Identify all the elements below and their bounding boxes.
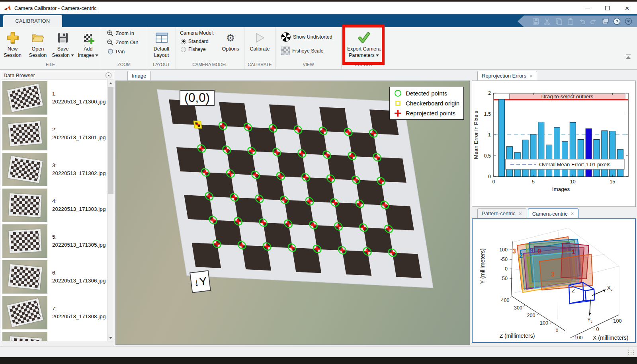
reprojection-tab-strip: Reprojection Errors× bbox=[472, 71, 636, 81]
list-item-image-8[interactable]: 8: bbox=[1, 331, 107, 341]
save-session-button[interactable]: SaveSession bbox=[51, 29, 75, 61]
zoom-out-button[interactable]: Zoom Out bbox=[105, 38, 147, 47]
image-panel: Image (0,0) ↓Y Detected points Checkerbo… bbox=[115, 71, 470, 345]
tab-pattern-label: Pattern-centric bbox=[482, 210, 516, 216]
add-images-button[interactable]: AddImages bbox=[76, 29, 100, 61]
list-item-image-5[interactable]: 5:20220513_171305.jpg bbox=[1, 223, 107, 259]
extrinsics-3d-area[interactable]: 329013-100-50050Y (millimeters)400300200… bbox=[472, 218, 636, 343]
tab-reprojection-errors[interactable]: Reprojection Errors× bbox=[477, 71, 537, 80]
svg-text:Overall Mean Error: 1.01 pixel: Overall Mean Error: 1.01 pixels bbox=[539, 162, 611, 167]
scroll-down-icon[interactable] bbox=[107, 335, 114, 341]
list-scrollbar[interactable] bbox=[107, 80, 114, 341]
layout-windows-icon[interactable] bbox=[601, 18, 609, 25]
gear-icon: ⚙ bbox=[226, 33, 235, 43]
svg-text:Xc: Xc bbox=[607, 285, 613, 292]
calibration-image[interactable]: (0,0) ↓Y Detected points Checkerboard or… bbox=[115, 81, 470, 345]
list-item-image-4[interactable]: 4:20220513_171303.jpg bbox=[1, 187, 107, 223]
zoom-in-button[interactable]: Zoom In bbox=[105, 29, 147, 38]
scrollbar-thumb[interactable] bbox=[108, 87, 113, 194]
legend-detected-label: Detected points bbox=[406, 90, 447, 97]
thumbnail-2 bbox=[2, 117, 47, 150]
thumbnail-5 bbox=[2, 224, 47, 258]
close-button[interactable]: × bbox=[617, 2, 637, 14]
data-browser-footer bbox=[1, 341, 114, 346]
list-item-image-2[interactable]: 2:20220513_171301.jpg bbox=[1, 116, 107, 152]
show-undistorted-button[interactable]: Show Undistorted bbox=[279, 31, 341, 43]
ribbon-tab-row: CALIBRATION ? bbox=[0, 14, 637, 27]
scroll-up-icon[interactable] bbox=[107, 80, 114, 86]
new-session-label2: Session bbox=[4, 53, 21, 58]
new-session-button[interactable]: NewSession bbox=[1, 29, 25, 61]
checkerboard-image bbox=[116, 81, 469, 345]
close-tab-icon[interactable]: × bbox=[530, 73, 533, 79]
tab-calibration[interactable]: CALIBRATION bbox=[3, 15, 62, 27]
copy-icon[interactable] bbox=[555, 18, 563, 25]
extrinsics-panel: Pattern-centric× Camera-centric× 329013-… bbox=[472, 208, 636, 343]
reprojection-chart-area[interactable]: Drag to select outliers00.511.52051015Ov… bbox=[472, 81, 636, 207]
section-view: Show Undistorted Fisheye Scale VIEW bbox=[276, 27, 342, 69]
standard-radio[interactable]: Standard bbox=[181, 39, 216, 44]
svg-text:Z: Z bbox=[572, 288, 575, 294]
svg-text:Images: Images bbox=[552, 186, 570, 192]
close-tab-icon[interactable]: × bbox=[519, 211, 522, 216]
help-icon[interactable]: ? bbox=[613, 18, 621, 25]
section-layout: DefaultLayout LAYOUT bbox=[147, 27, 176, 69]
save-session-label1: Save bbox=[57, 46, 69, 52]
open-session-button[interactable]: OpenSession bbox=[26, 29, 50, 61]
list-item-image-3[interactable]: 3:20220513_171302.jpg bbox=[1, 152, 107, 187]
redo-icon[interactable] bbox=[590, 18, 598, 25]
save-icon[interactable] bbox=[532, 18, 540, 25]
tab-camera-centric[interactable]: Camera-centric× bbox=[528, 208, 578, 218]
thumbnail-7 bbox=[2, 296, 47, 329]
panel-menu-icon[interactable] bbox=[106, 72, 111, 78]
legend-origin-label: Checkerboard origin bbox=[406, 100, 459, 107]
tab-pattern-centric[interactable]: Pattern-centric× bbox=[477, 208, 526, 218]
export-camera-parameters-button[interactable]: Export CameraParameters bbox=[343, 29, 385, 61]
default-layout-button[interactable]: DefaultLayout bbox=[150, 29, 174, 61]
tab-image[interactable]: Image bbox=[127, 71, 150, 80]
section-label-camera-model: CAMERA MODEL bbox=[176, 61, 244, 69]
save-session-caret-icon bbox=[71, 55, 74, 56]
reprojection-bar-chart[interactable]: Drag to select outliers00.511.52051015Ov… bbox=[472, 85, 635, 200]
minimize-button[interactable] bbox=[577, 2, 597, 14]
radio-selected-icon bbox=[181, 39, 186, 44]
pan-icon bbox=[107, 48, 113, 55]
svg-text:0.5: 0.5 bbox=[484, 153, 491, 159]
paste-icon[interactable] bbox=[567, 18, 574, 25]
extrinsics-3d-plot[interactable]: 329013-100-50050Y (millimeters)400300200… bbox=[473, 219, 633, 341]
calibrate-button[interactable]: Calibrate bbox=[246, 29, 274, 61]
undo-icon[interactable] bbox=[578, 18, 586, 25]
export-caret-icon bbox=[376, 55, 379, 56]
tab-reprojection-label: Reprojection Errors bbox=[482, 73, 526, 79]
item-index: 4: bbox=[52, 198, 57, 204]
list-item-image-6[interactable]: 6:20220513_171306.jpg bbox=[1, 259, 107, 295]
save-session-icon bbox=[57, 32, 68, 43]
section-zoom: Zoom In Zoom Out Pan ZOOM bbox=[101, 27, 147, 69]
section-calibrate: Calibrate CALIBRATE bbox=[244, 27, 276, 69]
open-session-label1: Open bbox=[32, 46, 44, 52]
item-filename: 20220513_171301.jpg bbox=[52, 134, 106, 140]
list-item-image-7[interactable]: 7:20220513_171308.jpg bbox=[1, 295, 107, 331]
item-filename: 20220513_171300.jpg bbox=[52, 99, 106, 105]
cut-icon[interactable] bbox=[543, 18, 551, 25]
svg-text:2: 2 bbox=[519, 252, 523, 259]
pan-button[interactable]: Pan bbox=[105, 47, 147, 56]
fisheye-radio[interactable]: Fisheye bbox=[181, 47, 216, 52]
close-tab-icon[interactable]: × bbox=[571, 211, 574, 216]
collapse-ribbon-button[interactable] bbox=[625, 55, 631, 59]
list-item-image-1[interactable]: 1:20220513_171300.jpg bbox=[1, 80, 107, 116]
options-button[interactable]: ⚙ Options bbox=[219, 29, 242, 61]
add-images-icon bbox=[84, 34, 92, 42]
save-session-label2: Session bbox=[52, 53, 69, 58]
detected-point-icon bbox=[395, 90, 401, 97]
thumbnail-6 bbox=[2, 260, 47, 294]
quick-access-menu-icon[interactable] bbox=[624, 18, 632, 25]
maximize-button[interactable] bbox=[597, 2, 617, 14]
svg-text:X (millimeters): X (millimeters) bbox=[593, 335, 628, 341]
svg-text:Mean Error in Pixels: Mean Error in Pixels bbox=[473, 111, 479, 159]
svg-text:1.5: 1.5 bbox=[484, 111, 491, 117]
resize-grip[interactable] bbox=[627, 349, 634, 355]
fisheye-scale-button[interactable]: Fisheye Scale bbox=[279, 45, 341, 56]
thumbnail-8 bbox=[2, 332, 47, 341]
zoom-in-label: Zoom In bbox=[116, 31, 134, 36]
